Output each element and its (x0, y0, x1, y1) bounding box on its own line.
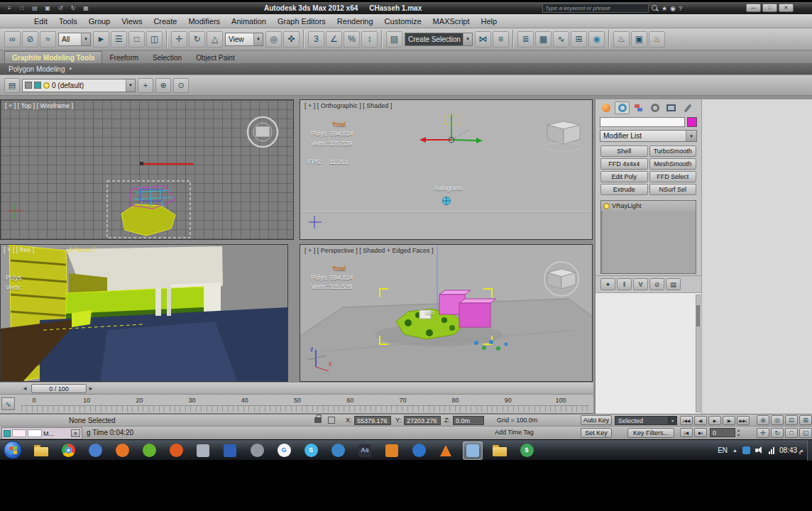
taskbar-green-app-icon[interactable] (139, 441, 159, 460)
current-frame-field[interactable]: 0 (710, 428, 735, 437)
material-editor-icon[interactable]: ◉ (588, 31, 605, 48)
hierarchy-tab-button[interactable] (631, 101, 646, 114)
menu-animation[interactable]: Animation (226, 16, 272, 27)
spinner-down-icon[interactable]: ▼ (737, 433, 740, 437)
taskbar-folder-2-icon[interactable] (490, 441, 510, 460)
pin-stack-icon[interactable]: ✦ (600, 278, 615, 290)
maxscript-listener-mini-window[interactable]: M... ✕ (1, 427, 82, 439)
modify-tab-button[interactable] (615, 101, 630, 114)
z-coordinate-field[interactable]: 0.0m (453, 416, 484, 425)
menu-group[interactable]: Group (83, 16, 116, 27)
edit-named-selection-sets-icon[interactable]: ▤ (386, 31, 402, 48)
rectangular-selection-region-icon[interactable]: □ (128, 31, 145, 48)
reference-coordinate-system-dropdown[interactable]: View▾ (225, 33, 263, 46)
zoom-all-icon[interactable]: ◎ (771, 415, 784, 425)
menu-help[interactable]: Help (476, 16, 503, 27)
render-production-icon[interactable]: ♨ (649, 31, 665, 48)
pan-view-icon[interactable]: ✛ (757, 428, 769, 438)
percent-snap-toggle-icon[interactable]: % (344, 31, 360, 48)
project-folder-icon[interactable]: ▦ (80, 4, 92, 13)
chevron-down-icon[interactable]: ▾ (463, 33, 472, 45)
minimize-button[interactable]: — (746, 4, 761, 12)
modifier-preset-nsurf-sel[interactable]: NSurf Sel (649, 184, 697, 195)
open-file-icon[interactable]: ▤ (29, 4, 40, 13)
viewport-perspective[interactable]: [ + ] [ Perspective ] [ Shaded + Edged F… (300, 244, 593, 382)
graphite-ribbon-toggle-icon[interactable]: ▦ (535, 31, 552, 48)
modifier-preset-extrude[interactable]: Extrude (600, 184, 648, 195)
orbit-icon[interactable]: ↻ (771, 428, 784, 438)
menu-edit[interactable]: Edit (28, 16, 53, 27)
scrollbar[interactable] (696, 295, 701, 412)
set-key-button[interactable]: Set Key (581, 428, 612, 438)
y-coordinate-field[interactable]: 27203.276 (404, 416, 441, 425)
taskbar-chrome-icon[interactable] (58, 441, 78, 460)
add-selection-to-layer-icon[interactable]: ⊕ (155, 78, 171, 93)
taskbar-skype-icon[interactable]: S (301, 441, 321, 460)
align-icon[interactable]: ≡ (493, 31, 509, 48)
object-name-field[interactable] (600, 117, 685, 127)
previous-key-button[interactable]: |◀ (680, 428, 693, 437)
modifier-stack-item-vraylight[interactable]: VRayLight (601, 201, 696, 211)
configure-modifier-sets-icon[interactable]: ▤ (666, 278, 681, 290)
taskbar-money-app-icon[interactable]: $ (517, 441, 537, 460)
viewport-free-camera[interactable]: [ + ] [ free ] ...d Faces ] Polys: Verts… (0, 244, 288, 382)
taskbar-media-player-icon[interactable] (85, 441, 105, 460)
taskbar-orange-square-app-icon[interactable] (382, 441, 402, 460)
chevron-down-icon[interactable]: ▾ (668, 417, 676, 424)
schematic-view-icon[interactable]: ⊞ (571, 31, 587, 48)
ribbon-tab-object-paint[interactable]: Object Paint (189, 51, 241, 63)
select-objects-in-layer-icon[interactable]: ⊙ (173, 78, 189, 93)
search-input[interactable] (542, 4, 649, 13)
viewport-label[interactable]: [ + ] [ free ] (4, 246, 34, 253)
close-button[interactable]: ✕ (779, 4, 794, 12)
angle-snap-toggle-icon[interactable]: ∠ (326, 31, 342, 48)
menu-maxscript[interactable]: MAXScript (427, 16, 476, 27)
favorites-star-icon[interactable]: ★ (662, 5, 667, 12)
display-tab-button[interactable] (664, 101, 679, 114)
zoom-region-icon[interactable]: □ (785, 428, 798, 438)
use-pivot-point-center-icon[interactable]: ◎ (265, 31, 282, 48)
time-slider-handle[interactable]: 0 / 100 (31, 384, 87, 393)
menu-tools[interactable]: Tools (53, 16, 83, 27)
time-slider-bar[interactable]: ◄ 0 / 100 ► (0, 382, 593, 395)
layer-manager-icon[interactable]: ≣ (517, 31, 534, 48)
key-filters-button[interactable]: Key Filters... (627, 428, 674, 438)
modifier-preset-shell[interactable]: Shell (600, 145, 648, 157)
next-frame-button[interactable]: |▶ (723, 416, 735, 425)
object-color-swatch[interactable] (687, 117, 697, 127)
menu-views[interactable]: Views (116, 16, 148, 27)
show-desktop-button[interactable] (807, 440, 812, 461)
spinner-up-icon[interactable]: ▲ (737, 428, 740, 432)
modifier-preset-ffd-select[interactable]: FFD Select (649, 171, 697, 182)
clock[interactable]: 08:43 م (779, 446, 803, 454)
taskbar-vlc-icon[interactable] (436, 441, 456, 460)
volume-icon[interactable] (755, 446, 764, 454)
start-button[interactable] (4, 441, 22, 459)
go-to-start-button[interactable]: |◀◀ (680, 416, 693, 425)
chevron-down-icon[interactable]: ▾ (81, 33, 90, 45)
viewport-label[interactable]: [ + ] [ Perspective ] [ Shaded + Edged F… (304, 247, 434, 254)
chevron-down-icon[interactable]: ▾ (126, 79, 135, 92)
parameters-rollout-area[interactable] (596, 292, 701, 414)
zoom-extents-all-icon[interactable]: ⊞ (799, 415, 812, 425)
layer-manager-toggle-icon[interactable]: ▤ (4, 78, 20, 93)
play-animation-button[interactable]: ▶ (708, 416, 721, 425)
undo-icon[interactable]: ↺ (55, 4, 66, 13)
taskbar-blue-app-icon[interactable] (220, 441, 240, 460)
taskbar-google-icon[interactable]: G (274, 441, 294, 460)
curve-editor-icon[interactable]: ∿ (553, 31, 569, 48)
search-icon[interactable] (652, 5, 659, 12)
ribbon-tab-selection[interactable]: Selection (146, 51, 189, 63)
selection-filter-dropdown[interactable]: All▾ (58, 33, 91, 46)
menu-customize[interactable]: Customize (379, 16, 427, 27)
track-bar[interactable]: ∿ 0102030405060708090100 (0, 395, 593, 414)
help-icon[interactable]: ? (679, 5, 682, 12)
zoom-extents-icon[interactable]: ⊡ (785, 415, 798, 425)
time-slider-prev-icon[interactable]: ◄ (22, 385, 28, 392)
named-selection-sets-dropdown[interactable]: Create Selection Se▾ (405, 33, 473, 46)
viewport-label[interactable]: [ + ] [ Top ] [ Wireframe ] (5, 102, 73, 109)
menu-rendering[interactable]: Rendering (331, 16, 379, 27)
redo-icon[interactable]: ↻ (67, 4, 79, 13)
show-hidden-icons-icon[interactable]: ▲ (733, 448, 737, 453)
modifier-preset-meshsmooth[interactable]: MeshSmooth (649, 158, 697, 170)
